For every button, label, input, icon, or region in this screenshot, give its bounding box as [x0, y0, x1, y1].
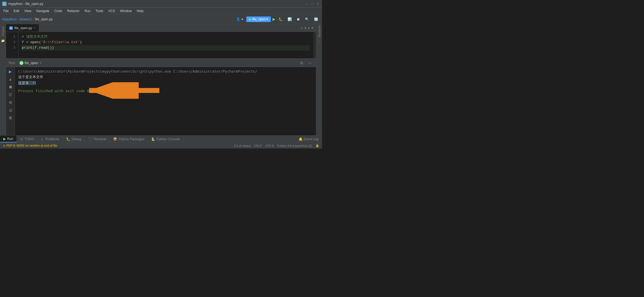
editor-tab-file-open[interactable]: py file_open.py × — [6, 24, 39, 32]
minimize-button[interactable]: ─ — [305, 2, 309, 6]
run-tab-close[interactable]: × — [40, 61, 42, 65]
breadcrumb-folder[interactable]: lession1 — [20, 17, 32, 21]
run-toolbar: Run: ▶ file_open × ⚙ ─ — [6, 59, 316, 67]
menu-edit[interactable]: Edit — [11, 9, 21, 13]
close-button[interactable]: ✕ — [316, 2, 320, 6]
toolbar: mypython › lession1 › file_open.py 👤 ▾ ▶… — [0, 14, 322, 24]
run-list-button[interactable]: ☰ — [7, 91, 14, 98]
run-button[interactable]: ▶ — [272, 16, 275, 22]
problems-label: Problems — [45, 137, 59, 141]
run-output-line2: 这是第二行 — [18, 81, 313, 86]
coverage-button[interactable]: 📊 — [286, 16, 293, 22]
code-content[interactable]: # 读取文本文件 f = open('D:\\files\\a.txt') pr… — [18, 32, 313, 58]
python-packages-label: Python Packages — [119, 137, 144, 141]
bottom-tab-terminal[interactable]: ⬛ Terminal — [85, 136, 110, 142]
run-tab-name: file_open — [24, 61, 38, 65]
file-tab-icon: py — [9, 26, 13, 30]
run-tab-bottom-label: Run — [7, 137, 13, 141]
terminal-icon: ⬛ — [88, 137, 92, 141]
editor-tab-close[interactable]: × — [34, 26, 36, 29]
run-play-button[interactable]: ▶ — [7, 68, 14, 75]
bottom-tabs: ▶ Run ☑ TODO ⚠ Problems 🐛 Debug ⬛ Termin… — [0, 135, 322, 142]
run-command-line: C:\Users\Administrator\PycharmProjects\m… — [18, 69, 313, 73]
run-trash-button[interactable]: 🗑 — [7, 114, 14, 121]
run-output[interactable]: C:\Users\Administrator\PycharmProjects\m… — [15, 67, 316, 135]
line-numbers: 1 2 3 — [6, 32, 18, 58]
update-button[interactable]: 🔄 — [312, 16, 320, 22]
project-label[interactable]: Project — [1, 24, 5, 38]
code-line-1: # 读取文本文件 — [22, 34, 310, 40]
run-align-button[interactable]: ⊞ — [7, 99, 14, 106]
status-warning-text: ⚠ PEP 8: W292 no newline at end of file — [3, 144, 57, 147]
menu-window[interactable]: Window — [118, 9, 134, 13]
todo-label: TODO — [24, 137, 34, 141]
run-settings-button[interactable]: ⚙ — [298, 60, 305, 66]
menu-bar: File Edit View Navigate Code Refactor Ru… — [0, 8, 322, 14]
problems-icon: ⚠ — [41, 137, 44, 141]
menu-navigate[interactable]: Navigate — [34, 9, 51, 13]
favorites-label[interactable]: ☆ — [318, 40, 320, 43]
structure-label: Structure — [318, 25, 321, 38]
bottom-tab-debug[interactable]: 🐛 Debug — [63, 136, 85, 142]
run-config-button[interactable]: ▶ file_open ▾ — [246, 16, 271, 22]
menu-code[interactable]: Code — [52, 9, 64, 13]
editor-scrollbar[interactable] — [313, 32, 316, 58]
debug-label: Debug — [72, 137, 81, 141]
maximize-button[interactable]: □ — [310, 2, 314, 6]
warning-count: ⚠ 1 — [301, 26, 306, 30]
bottom-tab-run[interactable]: ▶ Run — [0, 136, 17, 142]
code-line-3: print(f.read()) — [22, 45, 310, 51]
lock-icon: 🔒 — [315, 144, 319, 147]
project-icon[interactable]: 📁 — [1, 39, 5, 43]
editor-tab-name: file_open.py — [14, 26, 32, 30]
bottom-tab-python-console[interactable]: 🐍 Python Console — [148, 136, 184, 142]
menu-tools[interactable]: Tools — [93, 9, 105, 13]
bottom-tab-event-log[interactable]: 🔔 Event Log — [295, 136, 322, 142]
status-interpreter[interactable]: Python 3.8 (mypython) (2) — [277, 144, 312, 147]
todo-icon: ☑ — [20, 137, 23, 141]
run-config-label: file_open — [252, 17, 266, 21]
status-encoding[interactable]: UTF-8 — [265, 144, 274, 147]
run-minimize-button[interactable]: ─ — [307, 60, 313, 66]
run-print-button[interactable]: 🖨 — [7, 107, 14, 113]
warning-indicator: ⚠ 1 ▲ ▼ — [298, 24, 316, 32]
menu-vcs[interactable]: VCS — [106, 9, 117, 13]
breadcrumb-project[interactable]: mypython — [2, 17, 17, 21]
title-bar: 🐍 mypython - file_open.py ─ □ ✕ — [0, 0, 322, 8]
line-num-2: 2 — [6, 40, 15, 45]
bottom-tab-python-packages[interactable]: 📦 Python Packages — [110, 136, 148, 142]
project-sidebar-tab[interactable]: Project 📁 — [0, 24, 6, 135]
run-tab-icon: ▶ — [20, 61, 23, 65]
structure-sidebar[interactable]: Structure ☆ — [316, 24, 322, 135]
line-num-3: 3 — [6, 45, 15, 51]
breadcrumb: mypython › lession1 › file_open.py — [2, 17, 53, 21]
run-content-area: ▶ ▲ ⏹ ☰ ⊞ 🖨 🗑 C:\Users\Administrator\Pyc… — [6, 67, 316, 135]
run-up-button[interactable]: ▲ — [7, 76, 14, 82]
code-line-2: f = open('D:\\files\\a.txt') — [22, 40, 310, 45]
debug-button[interactable]: 🐛 — [277, 16, 284, 22]
user-button[interactable]: 👤 ▾ — [234, 16, 244, 22]
bottom-tab-problems[interactable]: ⚠ Problems — [37, 136, 63, 142]
menu-file[interactable]: File — [1, 9, 11, 13]
stop-button[interactable]: ⏹ — [295, 16, 302, 22]
status-line-sep[interactable]: CRLF — [254, 144, 262, 147]
event-log-label: 🔔 Event Log — [299, 137, 318, 141]
warning-nav-up[interactable]: ▲ — [308, 26, 310, 30]
run-output-line2-highlighted: 这是第二行 — [18, 81, 36, 85]
status-position[interactable]: 3:2 (4 chars) — [234, 144, 251, 147]
search-button[interactable]: 🔍 — [303, 16, 311, 22]
run-config-arrow: ▾ — [266, 17, 268, 21]
menu-refactor[interactable]: Refactor — [65, 9, 82, 13]
menu-view[interactable]: View — [22, 9, 34, 13]
menu-help[interactable]: Help — [135, 9, 146, 13]
warning-nav-down[interactable]: ▼ — [311, 26, 313, 30]
breadcrumb-file: file_open.py — [35, 17, 53, 21]
run-tab[interactable]: ▶ file_open × — [18, 61, 43, 65]
run-stop-button[interactable]: ⏹ — [7, 84, 14, 90]
menu-run[interactable]: Run — [82, 9, 93, 13]
bottom-tab-todo[interactable]: ☑ TODO — [17, 136, 37, 142]
run-label: Run: — [9, 61, 16, 65]
run-side-buttons: ▶ ▲ ⏹ ☰ ⊞ 🖨 🗑 — [6, 67, 15, 135]
window-title: mypython - file_open.py — [8, 2, 43, 6]
run-tab-bottom-icon: ▶ — [3, 137, 6, 141]
